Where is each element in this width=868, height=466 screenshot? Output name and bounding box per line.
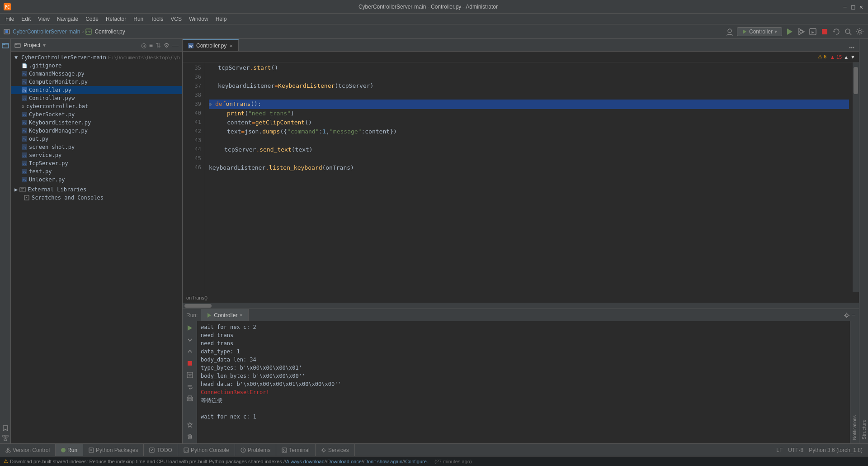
root-folder-name: CyberControllerServer-main: [21, 54, 106, 61]
menu-navigate[interactable]: Navigate: [53, 15, 82, 23]
stop-run-button[interactable]: [185, 358, 195, 368]
scroll-up-button[interactable]: [185, 347, 195, 357]
menu-help[interactable]: Help: [212, 15, 231, 23]
tab-services[interactable]: Services: [316, 444, 355, 456]
menu-run[interactable]: Run: [130, 15, 147, 23]
structure-label[interactable]: Structure: [860, 416, 868, 443]
code-editor[interactable]: 35 36 37 38 39 40 41 42 43 44 45 46 tcpS…: [183, 62, 859, 292]
dont-show-link[interactable]: Don't show again: [364, 459, 402, 464]
breadcrumb-root[interactable]: CyberControllerServer-main: [13, 29, 80, 35]
more-options-icon[interactable]: [848, 44, 855, 51]
h-scrollbar[interactable]: [183, 303, 859, 309]
close-button[interactable]: ✕: [858, 4, 864, 10]
stop-button[interactable]: [820, 27, 829, 36]
window-controls[interactable]: − □ ✕: [842, 4, 864, 10]
coverage-button[interactable]: ▶: [808, 27, 817, 36]
tree-item-tcpserver[interactable]: py TcpServer.py: [11, 159, 182, 167]
tree-item-test[interactable]: py test.py: [11, 167, 182, 176]
locate-file-icon[interactable]: ◎: [141, 42, 146, 49]
tree-item-cybersocket[interactable]: py CyberSocket.py: [11, 110, 182, 119]
minimize-button[interactable]: −: [842, 4, 848, 10]
tree-item-out[interactable]: py out.py: [11, 135, 182, 143]
tree-item-controller[interactable]: py Controller.py: [11, 86, 182, 94]
tab-todo[interactable]: TODO: [144, 444, 178, 456]
run-config[interactable]: Controller ▾: [737, 27, 782, 36]
tree-item-keyboardmanager[interactable]: py KeyboardManager.py: [11, 127, 182, 135]
expand-all-icon[interactable]: ⇅: [156, 42, 161, 49]
menu-edit[interactable]: Edit: [18, 15, 34, 23]
tree-item-service[interactable]: py service.py: [11, 151, 182, 159]
menu-window[interactable]: Window: [185, 15, 212, 23]
run-right-panel: Notifications: [850, 321, 859, 443]
tree-item-gitignore[interactable]: 📄 .gitignore: [11, 62, 182, 70]
tree-item-scratches[interactable]: Scratches and Consoles: [11, 194, 182, 202]
profile-icon[interactable]: [725, 27, 734, 36]
tree-item-bat[interactable]: ⚙ cybercontroller.bat: [11, 102, 182, 110]
settings-button[interactable]: [855, 27, 864, 36]
menu-view[interactable]: View: [34, 15, 53, 23]
structure-icon[interactable]: [1, 433, 10, 442]
tree-item-external-libs[interactable]: ▶ External Libraries: [11, 185, 182, 194]
tab-python-packages[interactable]: Python Packages: [83, 444, 144, 456]
run-trash-button[interactable]: [185, 432, 195, 442]
editor-scrollbar[interactable]: [853, 62, 859, 292]
run-tab-close[interactable]: ✕: [239, 313, 243, 318]
wrap-text-button[interactable]: [185, 382, 195, 392]
rerun-button[interactable]: [185, 323, 195, 333]
tree-item-keyboardlistener[interactable]: py KeyboardListener.py: [11, 119, 182, 127]
run-pin-button[interactable]: [185, 420, 195, 430]
tab-problems[interactable]: ! Problems: [235, 444, 277, 456]
configure-link[interactable]: Configure...: [405, 459, 431, 464]
tab-controller-py[interactable]: py Controller.py ✕: [183, 39, 239, 51]
tree-item-screenshot[interactable]: py screen_shot.py: [11, 143, 182, 151]
collapse-all-icon[interactable]: ≡: [149, 42, 153, 49]
download-once-link[interactable]: Download once: [327, 459, 362, 464]
tree-root-folder[interactable]: ▼ CyberControllerServer-main E:\Document…: [11, 53, 182, 62]
scroll-thumb[interactable]: [854, 67, 858, 94]
reload-button[interactable]: [832, 27, 841, 36]
tab-python-console[interactable]: py Python Console: [178, 444, 235, 456]
menu-refactor[interactable]: Refactor: [102, 15, 130, 23]
run-tab[interactable]: Controller ✕: [201, 309, 249, 322]
tree-item-computermonitor[interactable]: py ComputerMonitor.py: [11, 78, 182, 86]
search-button[interactable]: [844, 27, 853, 36]
warning-badge[interactable]: ⚠ 6: [818, 54, 826, 60]
tree-item-controllerpyw[interactable]: py Controller.pyw: [11, 94, 182, 102]
scroll-down-button[interactable]: [185, 335, 195, 345]
tab-terminal[interactable]: Terminal: [276, 444, 315, 456]
code-content[interactable]: tcpServer.start() keyboardListener = Key…: [205, 62, 853, 292]
debug-button[interactable]: [797, 27, 806, 36]
project-icon[interactable]: [1, 41, 10, 50]
settings-icon[interactable]: ⚙: [164, 42, 170, 49]
run-button[interactable]: [785, 27, 794, 36]
always-download-link[interactable]: Always download: [286, 459, 325, 464]
menu-code[interactable]: Code: [82, 15, 102, 23]
output-line: head_data: b'\x00\x00\x00\x01\x00\x00\x0…: [201, 380, 846, 388]
bookmarks-icon[interactable]: [1, 423, 10, 433]
file-name: CyberSocket.py: [29, 111, 75, 118]
run-output[interactable]: wait for nex c: 2 need trans need trans …: [197, 321, 850, 443]
project-dropdown[interactable]: ▾: [43, 42, 46, 48]
print-button[interactable]: [185, 394, 195, 404]
breadcrumb-file[interactable]: Controller.py: [94, 29, 125, 35]
run-minimize-icon[interactable]: —: [852, 312, 855, 319]
tree-item-unlocker[interactable]: py Unlocker.py: [11, 176, 182, 184]
h-scroll-thumb[interactable]: [184, 304, 212, 308]
menu-file[interactable]: File: [2, 15, 18, 23]
close-panel-icon[interactable]: —: [172, 42, 179, 49]
tab-version-control[interactable]: Version Control: [0, 444, 56, 456]
tree-item-commandmessage[interactable]: py CommandMessage.py: [11, 70, 182, 78]
tab-run[interactable]: Run: [56, 444, 83, 456]
notifications-label[interactable]: Notifications: [850, 414, 859, 442]
prev-error-button[interactable]: ▲: [844, 54, 849, 60]
filter-button[interactable]: [185, 370, 195, 380]
run-settings-icon[interactable]: [843, 312, 850, 319]
tab-close-button[interactable]: ✕: [229, 43, 233, 48]
menu-vcs[interactable]: VCS: [167, 15, 185, 23]
menu-tools[interactable]: Tools: [147, 15, 167, 23]
next-error-button[interactable]: ▼: [850, 54, 855, 60]
error-badge[interactable]: ▲ 15: [830, 54, 842, 60]
maximize-button[interactable]: □: [850, 4, 856, 10]
svg-rect-3: [5, 30, 8, 33]
svg-text:py: py: [23, 170, 26, 174]
